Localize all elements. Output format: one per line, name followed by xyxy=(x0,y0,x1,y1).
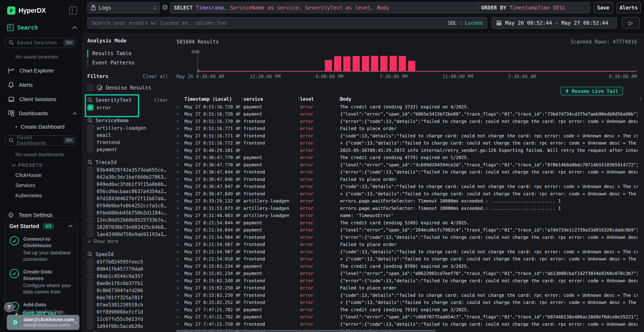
lucene-mode-toggle[interactable]: Lucene xyxy=(465,20,483,26)
unchecked-checkbox[interactable] xyxy=(87,323,94,329)
row-expand-chevron-icon[interactable]: > xyxy=(176,206,184,210)
create-dashboard-button[interactable]: +Create Dashboard xyxy=(15,124,82,130)
table-row[interactable]: > May 27 8:36:47.844 AM frontend error {… xyxy=(176,168,644,176)
denoise-results-row[interactable]: Denoise Results xyxy=(87,84,168,91)
table-row[interactable]: > May 27 7:47:21.702 AM payment error {"… xyxy=(176,314,644,321)
column-separator[interactable]: ⋮ xyxy=(297,96,300,102)
row-expand-chevron-icon[interactable]: > xyxy=(176,162,184,167)
filter-option[interactable]: 056cd9acbaac8637a4354a2… xyxy=(87,188,168,195)
unchecked-checkbox[interactable] xyxy=(87,224,94,230)
run-query-button[interactable]: ▷ xyxy=(622,17,640,28)
column-header-level[interactable]: level xyxy=(300,96,337,102)
filter-option[interactable]: email xyxy=(87,132,168,139)
filter-option[interactable]: 09041fb457779da0 xyxy=(87,265,168,272)
row-expand-chevron-icon[interactable]: > xyxy=(176,315,184,319)
table-row[interactable]: > May 27 8:36:47.849 AM frontend error ×… xyxy=(176,190,644,198)
histogram-bar[interactable] xyxy=(343,56,350,71)
table-row[interactable]: > May 27 8:15:02.252 AM frontend error ×… xyxy=(176,299,644,306)
row-expand-chevron-icon[interactable]: > xyxy=(176,228,184,232)
unchecked-checkbox[interactable] xyxy=(87,302,94,308)
row-expand-chevron-icon[interactable]: > xyxy=(176,199,184,204)
table-row[interactable]: > May 27 8:21:54.904 AM frontend error {… xyxy=(176,234,644,241)
filter-option[interactable]: 18287038b73e882425c64b8… xyxy=(87,224,168,230)
table-row[interactable]: > May 27 8:15:02.248 AM frontend error {… xyxy=(176,277,644,284)
clear-severity-filter-button[interactable]: Clear xyxy=(154,97,168,103)
row-expand-chevron-icon[interactable]: > xyxy=(176,249,184,254)
save-button[interactable]: Save xyxy=(594,2,613,13)
table-row[interactable]: > May 27 7:47:21.702 AM payment error Th… xyxy=(176,306,644,314)
unchecked-checkbox[interactable] xyxy=(87,174,94,180)
sidebar-item-kubernetes[interactable]: Kubernetes xyxy=(16,193,82,198)
unchecked-checkbox[interactable] xyxy=(87,259,94,265)
histogram-bar[interactable] xyxy=(352,56,360,71)
filter-option[interactable]: 0ff8990066efcf1d xyxy=(87,308,168,315)
row-expand-chevron-icon[interactable]: > xyxy=(176,271,184,276)
unchecked-checkbox[interactable] xyxy=(87,231,94,237)
lucene-search-input[interactable]: Search your events w/ Lucene ex. column:… xyxy=(87,17,487,28)
column-separator[interactable]: ⋮ xyxy=(337,96,340,102)
filter-option[interactable]: 03b44828f42a3573ea655ce… xyxy=(87,166,168,173)
checked-checkbox[interactable]: ✓ xyxy=(87,104,94,110)
time-range-picker[interactable]: May 26 08:52:44 - May 27 08:52:44 xyxy=(492,17,617,28)
row-expand-chevron-icon[interactable]: > xyxy=(176,155,184,160)
chart-plot[interactable] xyxy=(198,51,637,71)
table-row[interactable]: > May 27 8:51:16.720 AM payment error {"… xyxy=(176,110,644,118)
filter-option[interactable]: 0c0667304fafd206 xyxy=(87,287,168,294)
presets-toggle[interactable]: PRESETS xyxy=(12,162,82,168)
row-expand-chevron-icon[interactable]: > xyxy=(176,278,184,283)
row-expand-chevron-icon[interactable]: > xyxy=(176,184,184,189)
row-expand-chevron-icon[interactable]: > xyxy=(176,300,184,305)
user-account-button[interactable]: D dale@clickhouse.com dale@clickhouse.co… xyxy=(7,315,80,330)
unchecked-checkbox[interactable] xyxy=(87,146,94,152)
clear-all-filters-button[interactable]: Clear all xyxy=(143,74,168,79)
filter-option[interactable]: 09ab1c4544c9a357 xyxy=(87,272,168,280)
horizontal-scrollbar[interactable] xyxy=(176,330,436,332)
unchecked-checkbox[interactable] xyxy=(87,195,94,202)
search-icon[interactable] xyxy=(87,252,93,257)
histogram-bar[interactable] xyxy=(390,56,397,71)
filter-option-error[interactable]: ✓ error xyxy=(87,104,168,111)
table-row[interactable]: > May 27 8:36:47.846 AM frontend error F… xyxy=(176,176,644,183)
table-row[interactable]: > May 27 8:51:16.772 AM frontend error ×… xyxy=(176,140,644,147)
column-header-service[interactable]: service xyxy=(244,96,297,102)
row-expand-chevron-icon[interactable]: > xyxy=(176,242,184,247)
get-started-item[interactable]: Connect to ClickHouse Set up your databa… xyxy=(9,236,73,262)
filter-option[interactable]: artillery-loadgen xyxy=(87,124,168,132)
filter-option[interactable]: 0ae8e1f6c6b37fb1 xyxy=(87,280,168,287)
table-row[interactable]: > May 27 8:51:16.771 AM frontend error {… xyxy=(176,132,644,140)
row-expand-chevron-icon[interactable]: > xyxy=(176,235,184,240)
mode-results-table[interactable]: Results Table xyxy=(92,49,168,58)
filter-option[interactable]: 07d184304627bf2f11b67dd… xyxy=(87,195,168,202)
column-header-body[interactable]: Body xyxy=(340,96,638,102)
help-button[interactable]: ? xyxy=(4,302,14,312)
chevron-up-icon[interactable] xyxy=(72,26,77,29)
unchecked-checkbox[interactable] xyxy=(87,294,94,300)
sidebar-item-dashboards[interactable]: Dashboards xyxy=(8,110,77,117)
sidebar-item-client-sessions[interactable]: Client Sessions xyxy=(8,96,77,102)
unchecked-checkbox[interactable] xyxy=(87,280,94,286)
alerts-button[interactable]: Alerts xyxy=(616,2,641,13)
histogram-bar[interactable] xyxy=(362,56,369,71)
saved-dashboards-input[interactable]: Saved Dashboards ⌘K xyxy=(4,135,78,146)
table-row[interactable]: > May 27 8:21:54.910 AM frontend error ×… xyxy=(176,256,644,263)
filter-option[interactable]: 1d94f08c5acdb28e xyxy=(87,322,168,330)
source-settings-gear-icon[interactable]: ⚙ xyxy=(162,3,168,12)
filter-option[interactable]: 0f94b9befe0b4252ccfa1c8… xyxy=(87,202,168,209)
table-row[interactable]: > May 27 8:46:29.281 AM error 2025-05-26… xyxy=(176,147,644,154)
table-row[interactable]: > May 27 7:47:21.750 AM frontend error {… xyxy=(176,320,644,328)
row-expand-chevron-icon[interactable]: > xyxy=(176,286,184,290)
table-row[interactable]: > May 27 8:15:02.234 AM payment error Th… xyxy=(176,262,644,270)
unchecked-checkbox[interactable] xyxy=(87,309,94,315)
filter-option[interactable]: 03f7b824595feec5 xyxy=(87,258,168,265)
unchecked-checkbox[interactable] xyxy=(87,181,94,187)
filter-option[interactable]: 049ed0ac3fdb1f3f15a0b0b… xyxy=(87,180,168,188)
histogram-bar[interactable] xyxy=(408,61,415,71)
chevron-up-icon[interactable] xyxy=(72,112,77,115)
table-row[interactable]: > May 27 8:51:16.771 AM frontend error F… xyxy=(176,125,644,132)
mode-event-patterns[interactable]: Event Patterns xyxy=(92,58,168,67)
histogram-bar[interactable] xyxy=(334,56,341,71)
resume-live-tail-button[interactable]: Resume Live Tail xyxy=(561,87,623,95)
column-separator[interactable]: ⋮ xyxy=(240,96,244,102)
get-started-item[interactable]: Create Data Sources Configure where your… xyxy=(9,268,73,295)
unchecked-checkbox[interactable] xyxy=(87,316,94,322)
